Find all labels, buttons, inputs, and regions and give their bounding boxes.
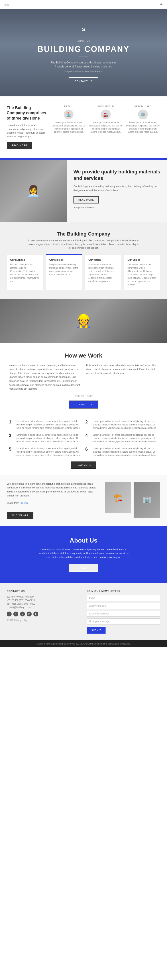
hero-image-credit: Image from Freepik. Font from Freepik <box>5 70 162 73</box>
info-col-values-title: Our Values <box>127 258 157 261</box>
how-work-col-1: We exist in the business of human potent… <box>9 364 81 391</box>
hero-description: The Building Company sources, distribute… <box>50 60 117 68</box>
numbered-item-5: 5 Lorem ipsum dolor sit amet, consectetu… <box>9 447 82 457</box>
how-work-content: How we Work We exist in the business of … <box>0 343 167 415</box>
numbered-section: 1 Lorem ipsum dolor sit amet, consectetu… <box>0 415 167 475</box>
who-text: Velit scelerisque in dictum non consecte… <box>7 482 99 519</box>
newsletter-email-input[interactable] <box>87 611 160 617</box>
footer-contact-heading: Contact us <box>7 590 80 592</box>
how-work-text-2: Duis aute irure dolor in reprehenderit i… <box>86 364 158 375</box>
item-number-6: 6 <box>85 447 91 457</box>
about-text: Lorem ipsum dolor sit amet, consectetur … <box>37 548 130 560</box>
division-specialised-label: SPECIALISED <box>126 105 160 108</box>
item-number-1: 1 <box>9 420 14 430</box>
how-work-photo: 👷 <box>0 299 167 343</box>
item-text-6: Lorem ipsum dolor sit amet, consectetur … <box>93 447 158 457</box>
division-specialised-icon: ⚙️ <box>138 110 148 119</box>
divisions-read-more-button[interactable]: READ MORE <box>7 142 32 149</box>
who-credit-link[interactable]: Freepik <box>20 501 28 504</box>
division-retail-label: RETAIL <box>51 105 86 108</box>
division-specialised: SPECIALISED ⚙️ Lorem ipsum dolor sit ame… <box>126 105 160 149</box>
item-number-4: 4 <box>85 433 91 443</box>
menu-icon[interactable]: ≡ <box>160 2 162 7</box>
logo: logo <box>5 3 10 6</box>
quality-content: We provide quality building materials an… <box>67 160 167 222</box>
quality-heading: We provide quality building materials an… <box>73 169 160 181</box>
hero-divider <box>79 57 88 57</box>
item-number-5: 5 <box>9 447 14 457</box>
building-info-section: The Building Company Lorem ipsum dolor s… <box>0 222 167 299</box>
newsletter-select[interactable]: Item 1 <box>87 595 160 601</box>
info-col-values-text: Our values describe the behaviours which… <box>127 263 157 286</box>
info-col-purpose-title: Our purpose <box>10 258 40 261</box>
building-info-heading: The Building Company <box>7 231 160 237</box>
brand-name: SUPREME <box>5 40 162 42</box>
numbered-item-1: 1 Lorem ipsum dolor sit amet, consectetu… <box>9 420 82 430</box>
facebook-icon[interactable]: f <box>7 612 11 616</box>
how-work-section: 👷 How we Work We exist in the business o… <box>0 299 167 415</box>
item-text-4: Lorem ipsum dolor sit amet, consectetur … <box>93 433 158 443</box>
pinterest-icon[interactable]: p <box>33 612 38 616</box>
info-col-values: Our Values Our values describe the behav… <box>124 254 161 290</box>
division-retail: RETAIL 🏪 Lorem ipsum dolor sit amet, con… <box>51 105 86 149</box>
divisions-cols: RETAIL 🏪 Lorem ipsum dolor sit amet, con… <box>51 105 160 149</box>
division-specialised-text: Lorem ipsum dolor sit amet, consectetur … <box>126 121 160 134</box>
who-section: Velit scelerisque in dictum non consecte… <box>0 475 167 526</box>
newsletter-submit-button[interactable]: SUBMIT <box>87 627 105 633</box>
hero-cta-button[interactable]: CONTACT US <box>69 77 99 85</box>
numbered-item-2: 2 Lorem ipsum dolor sit amet, consectetu… <box>85 420 158 430</box>
building-info-cols: Our purpose Building Lives, Building Hom… <box>7 254 160 290</box>
newsletter-form: Item 1 SUBMIT <box>87 595 160 633</box>
who-cta-button[interactable]: WHO WE ARE <box>7 512 33 519</box>
quality-section: 👩‍💼 We provide quality building material… <box>0 160 167 222</box>
linkedin-icon[interactable]: in <box>27 612 32 616</box>
division-wholesale-text: Lorem ipsum dolor sit amet, consectetur … <box>88 121 123 134</box>
how-work-credit: Image from Freepik <box>9 395 158 397</box>
footer-bottom: Supreme App Studio All rights reserved 2… <box>0 640 167 647</box>
newsletter-select-wrap: Item 1 <box>87 595 160 601</box>
how-work-image: 👷 <box>0 299 167 343</box>
item-text-3: Lorem ipsum dolor sit amet, consectetur … <box>16 433 82 443</box>
info-col-mission-text: We provide quality building materials an… <box>49 263 79 276</box>
who-paragraph: Velit scelerisque in dictum non consecte… <box>7 482 99 498</box>
item-text-5: Lorem ipsum dolor sit amet, consectetur … <box>16 447 82 457</box>
divisions-layout: The Building Company comprises of three … <box>7 105 160 149</box>
twitter-icon[interactable]: t <box>13 612 18 616</box>
division-retail-icon: 🏪 <box>64 110 73 119</box>
building-info-intro: Lorem ipsum dolor sit amet, consectetur … <box>28 239 139 250</box>
blue-accent-strip <box>0 158 167 160</box>
footer-copyright: ©2021 Privacy policy <box>7 619 80 622</box>
numbered-item-4: 4 Lorem ipsum dolor sit amet, consectetu… <box>85 433 158 443</box>
how-work-text-1: We exist in the business of human potent… <box>9 364 81 391</box>
navigation: logo ≡ <box>0 0 167 10</box>
divisions-section: The Building Company comprises of three … <box>0 96 167 158</box>
youtube-icon[interactable]: y <box>20 612 25 616</box>
info-col-vision: Our Vision Duis aute irure dolor in repr… <box>85 254 121 290</box>
info-col-vision-text: Duis aute irure dolor in reprehenderit i… <box>88 263 118 283</box>
brand-logo: S <box>77 23 90 36</box>
who-image-1: 🏗️ <box>105 482 131 513</box>
info-col-mission: Our Mission We provide quality building … <box>46 254 83 290</box>
about-heading: About Us <box>9 537 158 544</box>
info-col-mission-title: Our Mission <box>49 258 79 261</box>
item-number-3: 3 <box>9 433 14 443</box>
divisions-description: Lorem ipsum dolor sit amet consectetur a… <box>7 124 47 138</box>
numbered-read-more-button[interactable]: READ MORE <box>71 461 96 469</box>
quality-read-more-button[interactable]: READ MORE <box>73 196 99 204</box>
hero-content: S SUPREME BUILDING COMPANY The Building … <box>5 23 162 85</box>
how-work-cta-button[interactable]: CONTACT US <box>69 401 99 409</box>
newsletter-message-input[interactable] <box>87 619 160 624</box>
division-wholesale-label: WHOLESALE <box>88 105 123 108</box>
division-wholesale: WHOLESALE 🏭 Lorem ipsum dolor sit amet, … <box>88 105 123 149</box>
item-number-2: 2 <box>85 420 91 430</box>
how-work-cols: We exist in the business of human potent… <box>9 364 158 391</box>
newsletter-name-input[interactable] <box>87 603 160 609</box>
footer-newsletter: JOIN OUR NEWSLETTER Item 1 SUBMIT <box>87 590 160 633</box>
hero-title: BUILDING COMPANY <box>5 45 162 54</box>
who-credit: Image from Freepik <box>7 501 99 505</box>
division-retail-text: Lorem ipsum dolor sit amet, consectetur … <box>51 121 86 134</box>
about-cta-button[interactable]: CONTACT US <box>69 564 99 572</box>
footer-contact-address: 123 Fifth Avenue, New York NY 123 456 (9… <box>7 595 80 609</box>
about-section: About Us Lorem ipsum dolor sit amet, con… <box>0 526 167 583</box>
divisions-heading: The Building Company comprises of three … <box>7 105 47 121</box>
